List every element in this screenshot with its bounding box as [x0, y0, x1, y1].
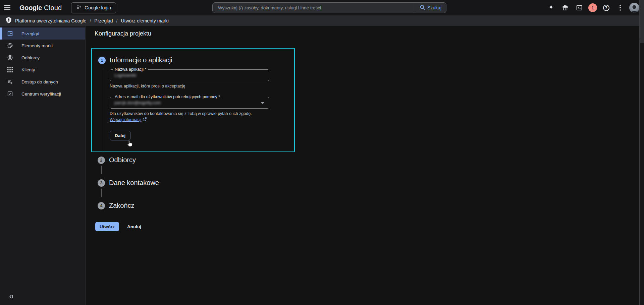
logo-cloud-text: Cloud: [44, 4, 62, 12]
sidebar-item-dostep-do-danych[interactable]: Dostęp do danych: [0, 76, 85, 88]
support-email-helper-text: Dla użytkowników do kontaktowania się z …: [110, 111, 252, 116]
project-selector-button[interactable]: Google login: [71, 2, 116, 13]
support-email-value-redacted: parcjk.dsn@eqprlty.com: [114, 100, 161, 105]
sidebar-item-label: Dostęp do danych: [21, 79, 58, 84]
step-3-title: Dane kontakowe: [109, 179, 159, 187]
step-4-header[interactable]: 4 Zakończ: [98, 202, 135, 209]
search-button[interactable]: Szukaj: [415, 3, 446, 13]
auth-platform-shield-icon: [6, 17, 12, 25]
sidebar-item-label: Klienty: [21, 67, 35, 72]
step-2-header[interactable]: 2 Odbiorcy: [98, 156, 136, 164]
sidebar-item-klienty[interactable]: Klienty: [0, 64, 85, 76]
step-4-circle: 4: [98, 202, 105, 209]
form-actions: Utwórz Anuluj: [95, 222, 141, 231]
sidebar-item-przeglad[interactable]: Przegląd: [0, 27, 85, 40]
stepper-connector: [101, 166, 102, 174]
create-button[interactable]: Utwórz: [95, 222, 119, 231]
menu-hamburger-icon[interactable]: [0, 0, 15, 15]
sidebar-item-label: Centrum weryfikacji: [21, 92, 61, 97]
main-content: Konfiguracja projektu 1 Informacje o apl…: [86, 26, 644, 305]
google-cloud-logo[interactable]: Google Cloud: [19, 4, 62, 12]
dashboard-icon: [7, 30, 13, 37]
sidebar-item-label: Odbiorcy: [21, 55, 40, 60]
sidebar-item-elementy-marki[interactable]: Elementy marki: [0, 40, 85, 52]
stepper-connector: [101, 189, 102, 197]
verification-icon: [7, 90, 13, 97]
breadcrumb-separator: /: [90, 18, 91, 23]
breadcrumb-item-current: Utwórz elementy marki: [121, 18, 169, 23]
step-2-title: Odbiorcy: [109, 156, 136, 164]
data-access-icon: [7, 78, 13, 85]
user-avatar[interactable]: [629, 3, 639, 13]
step-2-circle: 2: [98, 157, 105, 164]
step-1-header: 1 Informacje o aplikacji: [98, 56, 172, 64]
notifications-badge[interactable]: 1: [588, 3, 597, 12]
external-link-icon: [143, 117, 147, 123]
app-name-field[interactable]: Nazwa aplikacji * Lsgrtowniki: [110, 69, 269, 81]
divider: [86, 40, 644, 40]
person-icon: [7, 54, 13, 61]
top-bar: Google Cloud Google login Szukaj 1: [0, 0, 644, 15]
search-button-label: Szukaj: [427, 5, 441, 10]
global-search: Szukaj: [212, 2, 446, 13]
page-title: Konfiguracja projektu: [95, 30, 151, 37]
step-4-title: Zakończ: [109, 202, 135, 209]
app-name-value-redacted: Lsgrtowniki: [114, 73, 136, 78]
logo-google-text: Google: [19, 4, 42, 12]
search-icon: [420, 5, 425, 11]
app-name-helper-text: Nazwa aplikacji, która prosi o akceptacj…: [110, 84, 185, 88]
apps-grid-icon: [7, 66, 13, 73]
breadcrumb-item-platform[interactable]: Platforma uwierzytelniania Google: [15, 18, 86, 23]
active-step-panel: 1 Informacje o aplikacji Nazwa aplikacji…: [91, 48, 295, 152]
step-3-header[interactable]: 3 Dane kontakowe: [98, 179, 159, 187]
sidebar-item-label: Przegląd: [21, 31, 39, 36]
stepper-connector: [102, 67, 102, 151]
breadcrumb-separator: /: [116, 18, 118, 23]
sidebar-item-centrum-weryfikacji[interactable]: Centrum weryfikacji: [0, 88, 85, 100]
next-button[interactable]: Dalej: [110, 131, 130, 140]
project-icon: [76, 4, 82, 11]
help-icon[interactable]: ?: [601, 3, 611, 13]
collapse-sidebar-icon[interactable]: [7, 293, 15, 300]
topbar-icons: 1 ?: [546, 0, 639, 15]
mouse-cursor-pointer: [127, 140, 133, 148]
sidebar-nav: Przegląd Elementy marki Odbiorcy Klienty…: [0, 26, 86, 305]
step-1-circle: 1: [98, 57, 106, 64]
more-options-icon[interactable]: [615, 3, 625, 13]
app-name-label: Nazwa aplikacji *: [113, 67, 148, 72]
gemini-sparkle-icon[interactable]: [546, 3, 556, 13]
search-input[interactable]: [213, 3, 415, 13]
scrollbar-thumb[interactable]: [640, 0, 644, 43]
project-selector-label: Google login: [85, 5, 111, 10]
learn-more-link[interactable]: Więcej informacji: [110, 117, 147, 123]
step-3-circle: 3: [98, 179, 105, 187]
step-1-title: Informacje o aplikacji: [110, 56, 172, 64]
learn-more-link-label: Więcej informacji: [110, 117, 141, 122]
support-email-select[interactable]: Adres e-mail dla użytkowników potrzebują…: [110, 97, 269, 109]
support-email-label: Adres e-mail dla użytkowników potrzebują…: [113, 95, 222, 99]
breadcrumb: Platforma uwierzytelniania Google / Prze…: [0, 15, 644, 26]
breadcrumb-item-overview[interactable]: Przegląd: [94, 18, 113, 23]
page-scrollbar[interactable]: [639, 0, 644, 305]
cancel-button[interactable]: Anuluj: [127, 224, 141, 229]
dropdown-caret-icon[interactable]: [261, 102, 264, 104]
gift-icon[interactable]: [560, 3, 570, 13]
notification-count: 1: [591, 5, 594, 10]
palette-icon: [7, 42, 13, 49]
sidebar-item-label: Elementy marki: [21, 43, 53, 48]
sidebar-item-odbiorcy[interactable]: Odbiorcy: [0, 52, 85, 64]
cloud-shell-icon[interactable]: [574, 3, 584, 13]
